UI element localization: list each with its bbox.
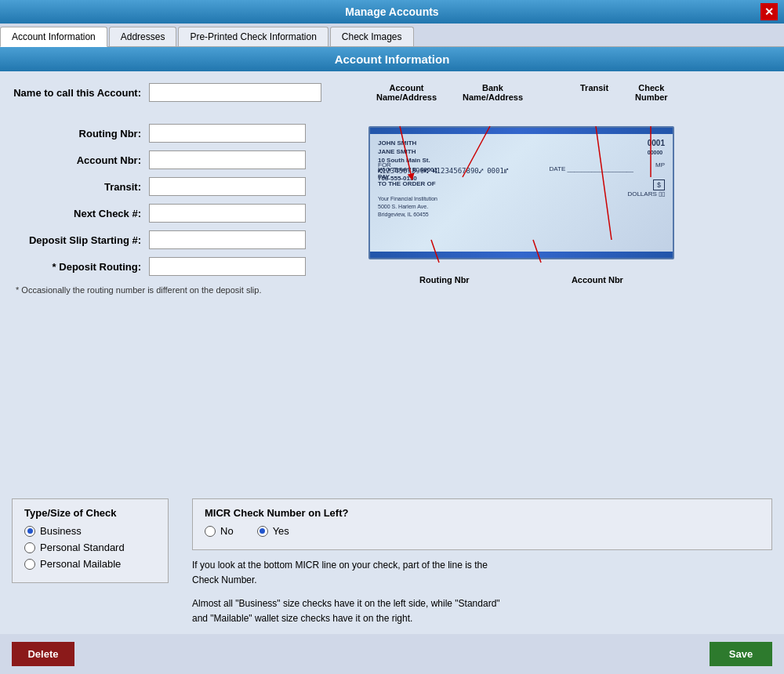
radio-personal-standard-circle[interactable] (24, 542, 35, 553)
check-pay-amount: $ (653, 179, 665, 190)
deposit-slip-row: Deposit Slip Starting #: (8, 230, 353, 249)
routing-row: Routing Nbr: (8, 124, 353, 143)
radio-yes[interactable]: Yes (257, 525, 289, 537)
transit-input[interactable] (149, 177, 306, 196)
radio-no-circle[interactable] (205, 526, 216, 537)
annot-transit: Transit (580, 83, 608, 92)
deposit-slip-label: Deposit Slip Starting #: (8, 234, 149, 246)
check-top-bar (370, 128, 673, 134)
main-content: Account Information Name to call this Ac… (0, 47, 784, 634)
check-container: JOHN SMITHJANE SMITH10 South Main St.You… (368, 126, 674, 271)
name-row: Name to call this Account: (8, 83, 353, 102)
radio-personal-mailable[interactable]: Personal Mailable (24, 558, 156, 570)
tab-account-information[interactable]: Account Information (0, 27, 107, 47)
routing-input[interactable] (149, 124, 306, 143)
check-micr: ⑆1234567890⑆ ⑆1234567890⑇ 0001⑈ (378, 167, 508, 175)
routing-label: Routing Nbr: (8, 128, 149, 140)
transit-label: Transit: (8, 181, 149, 193)
radio-no-label: No (220, 525, 234, 537)
next-check-input[interactable] (149, 204, 306, 223)
radio-business[interactable]: Business (24, 525, 156, 537)
close-button[interactable]: ✕ (760, 3, 778, 20)
deposit-routing-input[interactable] (149, 257, 306, 276)
routing-nbr-label: Routing Nbr (419, 275, 470, 284)
micr-radios: No Yes (205, 525, 760, 542)
radio-yes-label: Yes (273, 525, 289, 537)
tabs-bar: Account Information Addresses Pre-Printe… (0, 24, 784, 47)
check-bank-info: Your Financial Institution5000 S. Harlem… (378, 195, 437, 218)
annot-bank-name: BankName/Address (463, 83, 523, 102)
check-type-box: Type/Size of Check Business Personal Sta… (12, 498, 169, 583)
micr-section: MICR Check Number on Left? No Yes If you… (192, 498, 772, 626)
next-check-label: Next Check #: (8, 208, 149, 219)
bottom-section: Type/Size of Check Business Personal Sta… (0, 491, 784, 634)
radio-no[interactable]: No (205, 525, 234, 537)
check-date-line: DATE ___________________ (550, 165, 634, 172)
window-title: Manage Accounts (345, 5, 438, 18)
delete-button[interactable]: Delete (12, 642, 74, 666)
check-number: 000100000 (648, 139, 665, 156)
content-area: Name to call this Account: Routing Nbr: … (0, 71, 784, 491)
account-row: Account Nbr: (8, 150, 353, 169)
radio-personal-mailable-label: Personal Mailable (40, 558, 121, 570)
app: Manage Accounts ✕ Account Information Ad… (0, 0, 784, 674)
tab-addresses[interactable]: Addresses (109, 27, 177, 46)
tab-check-images[interactable]: Check Images (330, 27, 414, 46)
check-type-title: Type/Size of Check (24, 507, 156, 519)
micr-note1: If you look at the bottom MICR line on y… (192, 558, 506, 588)
radio-personal-mailable-circle[interactable] (24, 559, 35, 570)
left-form: Name to call this Account: Routing Nbr: … (8, 83, 353, 483)
check-content: JOHN SMITHJANE SMITH10 South Main St.You… (370, 134, 673, 187)
next-check-row: Next Check #: (8, 204, 353, 223)
top-labels: AccountName/Address BankName/Address Tra… (368, 83, 674, 126)
transit-row: Transit: (8, 177, 353, 196)
tab-pre-printed-check[interactable]: Pre-Printed Check Information (178, 27, 328, 46)
account-label: Account Nbr: (8, 154, 149, 166)
check-dollars-label: DOLLARS ▯▯ (627, 190, 665, 197)
annot-check-number: CheckNumber (635, 83, 668, 102)
account-input[interactable] (149, 150, 306, 169)
check-image: JOHN SMITHJANE SMITH10 South Main St.You… (368, 126, 674, 259)
radio-personal-standard[interactable]: Personal Standard (24, 542, 156, 553)
name-input[interactable] (149, 83, 321, 102)
title-bar: Manage Accounts ✕ (0, 0, 784, 24)
radio-business-label: Business (40, 525, 82, 537)
deposit-routing-row: * Deposit Routing: (8, 257, 353, 276)
section-header: Account Information (0, 47, 784, 71)
micr-box: MICR Check Number on Left? No Yes (192, 498, 772, 550)
bottom-labels: Routing Nbr Account Nbr (368, 275, 674, 284)
micr-title: MICR Check Number on Left? (205, 507, 760, 519)
pay-label: PAYTO THE ORDER OF (378, 173, 436, 187)
check-mp: MP (655, 161, 665, 168)
radio-yes-circle[interactable] (257, 526, 268, 537)
micr-note2: Almost all "Business" size checks have i… (192, 596, 506, 626)
footer: Delete Save (0, 634, 784, 674)
radio-personal-standard-label: Personal Standard (40, 542, 125, 553)
annot-account-name: AccountName/Address (376, 83, 437, 102)
deposit-slip-input[interactable] (149, 230, 306, 249)
account-nbr-label: Account Nbr (572, 275, 623, 284)
check-bottom-bar (370, 252, 673, 258)
right-check: AccountName/Address BankName/Address Tra… (368, 83, 776, 483)
deposit-note: * Occasionally the routing number is dif… (16, 285, 353, 295)
deposit-routing-label: * Deposit Routing: (8, 261, 149, 273)
radio-business-circle[interactable] (24, 526, 35, 537)
save-button[interactable]: Save (710, 642, 772, 666)
name-label: Name to call this Account: (8, 87, 149, 99)
